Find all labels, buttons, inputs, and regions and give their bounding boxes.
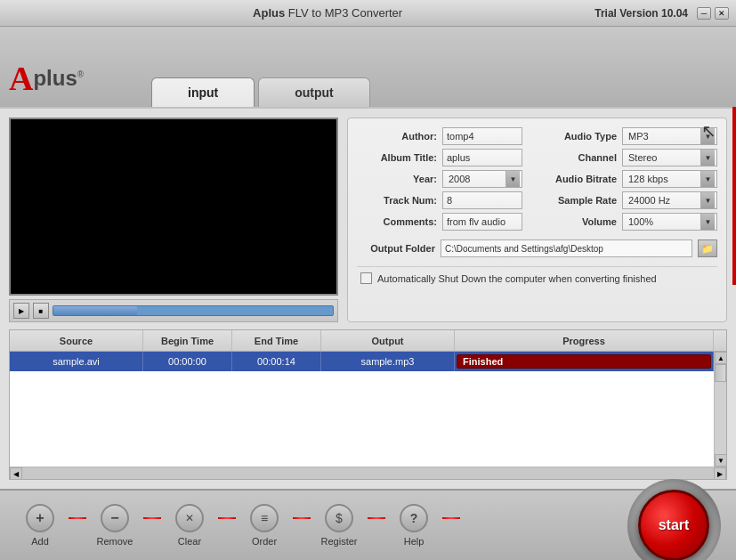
cell-end: 00:00:14: [232, 352, 321, 371]
tab-input[interactable]: input: [151, 77, 255, 107]
scroll-left-button[interactable]: ◀: [10, 467, 22, 480]
logo-plus: plus®: [33, 66, 84, 91]
scroll-up-button[interactable]: ▲: [715, 352, 726, 364]
audio-type-arrow: ▼: [700, 128, 715, 144]
col-header-begin: Begin Time: [143, 330, 232, 351]
start-area: start: [625, 490, 723, 560]
cell-output: sample.mp3: [321, 352, 455, 371]
channel-label: Channel: [537, 152, 617, 163]
play-button[interactable]: ▶: [13, 303, 29, 319]
scroll-down-button[interactable]: ▼: [715, 454, 726, 467]
title-bar-controls: ─ ✕: [697, 7, 729, 20]
comments-input[interactable]: [442, 213, 522, 231]
video-panel: ▶ ■: [9, 118, 338, 322]
year-select[interactable]: 2008 ▼: [442, 170, 522, 188]
output-folder-input[interactable]: [441, 239, 692, 257]
table-row[interactable]: sample.avi 00:00:00 00:00:14 sample.mp3 …: [10, 352, 714, 371]
app-name: Aplus: [253, 6, 285, 20]
toolbar-items: Add Remove Clear Order: [13, 504, 625, 547]
divider-1: [69, 517, 86, 519]
divider-6: [442, 517, 460, 519]
progress-bar-text: Finished: [463, 356, 503, 367]
stop-button[interactable]: ■: [33, 303, 49, 319]
register-icon-circle[interactable]: [325, 504, 353, 532]
volume-select[interactable]: 100% ▼: [622, 213, 717, 231]
scrollbar-horizontal[interactable]: ◀ ▶: [10, 467, 726, 479]
logo-reg: ®: [77, 69, 84, 79]
col-header-output: Output: [321, 330, 455, 351]
clear-icon-circle[interactable]: [175, 504, 204, 532]
auto-shutdown-checkbox[interactable]: [360, 272, 372, 284]
audio-type-select[interactable]: MP3 ▼: [622, 127, 717, 145]
help-btn-group: Help: [387, 504, 441, 547]
add-icon-circle[interactable]: [26, 504, 54, 532]
audio-bitrate-arrow: ▼: [700, 171, 715, 187]
audio-type-label: Audio Type: [537, 131, 617, 142]
channel-select[interactable]: Stereo ▼: [622, 149, 717, 166]
clear-btn-group: Clear: [163, 504, 216, 547]
channel-arrow: ▼: [700, 150, 715, 166]
file-list-section: Source Begin Time End Time Output Progre…: [9, 329, 727, 480]
scrollbar-vertical[interactable]: ▲ ▼: [714, 352, 726, 467]
comments-label: Comments:: [357, 216, 437, 227]
auto-shutdown-label: Automatically Shut Down the computer whe…: [377, 273, 657, 284]
title-bar-title: Aplus FLV to MP3 Converter: [61, 6, 594, 20]
col-header-end: End Time: [232, 330, 321, 351]
app-container: A plus® input output ▶ ■: [0, 27, 736, 560]
sample-rate-label: Sample Rate: [537, 195, 617, 206]
close-button[interactable]: ✕: [715, 7, 729, 20]
volume-label: Volume: [537, 216, 617, 227]
sample-rate-select[interactable]: 24000 Hz ▼: [622, 191, 717, 209]
tab-output[interactable]: output: [258, 77, 370, 107]
start-button[interactable]: start: [638, 490, 709, 560]
author-label: Author:: [357, 131, 437, 142]
browse-button[interactable]: 📁: [698, 239, 717, 257]
col-header-progress: Progress: [455, 330, 714, 351]
output-folder-row: Output Folder 📁: [357, 239, 717, 257]
track-num-input[interactable]: [442, 191, 522, 209]
app-name-rest: FLV to MP3 Converter: [285, 6, 402, 20]
cell-progress: Finished: [455, 352, 714, 371]
divider-2: [143, 517, 161, 519]
scroll-right-button[interactable]: ▶: [714, 467, 726, 480]
settings-panel: Author: Audio Type MP3 ▼ Album Title: Ch…: [347, 118, 727, 322]
file-list-header: Source Begin Time End Time Output Progre…: [10, 330, 726, 352]
register-label: Register: [321, 536, 358, 547]
cell-begin: 00:00:00: [143, 352, 232, 371]
logo-a: A: [9, 59, 33, 98]
video-screen: [9, 118, 338, 296]
track-num-label: Track Num:: [357, 195, 437, 206]
volume-arrow: ▼: [700, 214, 715, 230]
minimize-button[interactable]: ─: [697, 7, 711, 20]
header: A plus® input output: [0, 27, 736, 107]
help-icon-circle[interactable]: [400, 504, 428, 532]
cell-source: sample.avi: [10, 352, 143, 371]
order-icon-circle[interactable]: [250, 504, 279, 532]
col-header-source: Source: [10, 330, 143, 351]
top-section: ▶ ■ Author: Audio Type MP3 ▼: [9, 118, 727, 322]
progress-bar[interactable]: [53, 305, 334, 316]
remove-btn-group: Remove: [88, 504, 142, 547]
remove-icon-circle[interactable]: [101, 504, 129, 532]
audio-bitrate-select[interactable]: 128 kbps ▼: [622, 170, 717, 188]
progress-fill: [53, 306, 137, 315]
author-input[interactable]: [442, 127, 522, 145]
file-list-body[interactable]: sample.avi 00:00:00 00:00:14 sample.mp3 …: [10, 352, 714, 467]
scroll-h-thumb[interactable]: [22, 467, 714, 480]
add-label: Add: [31, 536, 49, 547]
divider-4: [293, 517, 311, 519]
sample-rate-arrow: ▼: [700, 192, 715, 208]
video-controls: ▶ ■: [9, 299, 338, 322]
year-value: 2008: [445, 174, 505, 184]
output-folder-label: Output Folder: [357, 243, 435, 254]
remove-label: Remove: [97, 536, 133, 547]
auto-shutdown-row: Automatically Shut Down the computer whe…: [357, 266, 717, 284]
title-bar-version: Trial Version 10.04: [594, 7, 688, 20]
help-label: Help: [404, 536, 425, 547]
scroll-thumb[interactable]: [715, 364, 726, 382]
album-title-input[interactable]: [442, 149, 522, 166]
clear-label: Clear: [178, 536, 201, 547]
channel-value: Stereo: [625, 152, 700, 163]
content-area: ▶ ■ Author: Audio Type MP3 ▼: [0, 107, 736, 489]
sample-rate-value: 24000 Hz: [625, 195, 700, 206]
